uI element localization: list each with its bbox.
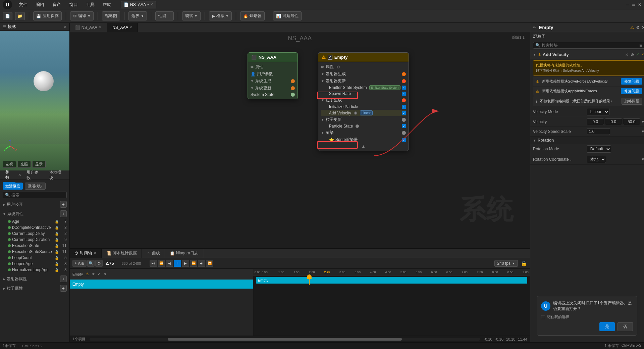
- tab-close-btn[interactable]: ✕: [150, 2, 153, 7]
- empty-row-emitter-spawn[interactable]: ▼ 发射器生成: [321, 70, 406, 78]
- module-copy-icon[interactable]: ⊕: [631, 52, 634, 57]
- param-row[interactable]: LoopCount 🔒 5: [3, 255, 67, 261]
- window-minimize[interactable]: ─: [626, 2, 629, 7]
- go-start-btn[interactable]: ⏮: [150, 260, 157, 267]
- rotation-coord-expand[interactable]: ▼: [641, 157, 644, 162]
- tab-system-close[interactable]: ✕: [99, 26, 101, 29]
- track-empty-row[interactable]: Empty: [70, 280, 253, 289]
- velocity-y-input[interactable]: [605, 118, 622, 125]
- editor-gear-icon[interactable]: ⚙: [636, 25, 640, 30]
- particle-state-check[interactable]: [402, 124, 406, 128]
- emitter-attrs-section[interactable]: ▶ 发射器属性 +: [3, 274, 67, 284]
- next-btn[interactable]: ▶: [182, 260, 189, 267]
- compile-dropdown[interactable]: ▼: [88, 14, 91, 18]
- bake-btn[interactable]: 🔥 烘焙器: [240, 11, 265, 20]
- open-btn[interactable]: 📁: [15, 12, 25, 20]
- prev-frame-btn[interactable]: ⏪: [158, 260, 165, 267]
- notif-remember-checkbox[interactable]: [541, 315, 545, 319]
- simulate-btn[interactable]: ▶ 模拟 ▼: [209, 11, 232, 20]
- tab-user-params[interactable]: 用户参数: [24, 170, 44, 182]
- tl-filter-icon[interactable]: ⚙: [95, 260, 103, 267]
- init-particle-check[interactable]: [402, 105, 406, 109]
- compile-btn[interactable]: ⚙ 编译 ▼: [70, 11, 94, 20]
- bounds-btn[interactable]: 边界 ▼: [128, 11, 147, 20]
- empty-row-emitter-state[interactable]: Emitter State System Emitter State Syste…: [321, 85, 406, 91]
- perf-btn[interactable]: 性能 ⋮: [155, 11, 174, 20]
- lighting-btn[interactable]: 光照: [17, 161, 31, 168]
- param-row[interactable]: ExecutionStateSource 🔒 11: [3, 249, 67, 255]
- track-check-icon[interactable]: ✓: [98, 272, 101, 276]
- loop-btn[interactable]: 🔁: [206, 260, 213, 267]
- system-attrs-add-btn[interactable]: +: [60, 210, 67, 217]
- select-mode-btn[interactable]: 选视: [3, 161, 16, 168]
- debug-btn[interactable]: 调试 ▼: [182, 11, 201, 20]
- search-tl-icon[interactable]: 🔍: [87, 260, 95, 267]
- tab-local-module[interactable]: 本地模块: [47, 170, 67, 182]
- fix-btn-2[interactable]: 修复问题: [621, 88, 642, 94]
- add-track-btn[interactable]: + 轨道: [72, 260, 87, 267]
- empty-row-spawn-rate[interactable]: Spawn Rate: [321, 91, 406, 97]
- active-module-btn[interactable]: 激活模块: [25, 183, 46, 190]
- param-row[interactable]: CurrentLoopDuration 🔒 9: [3, 237, 67, 243]
- param-row[interactable]: Age 🔒 7: [3, 218, 67, 225]
- emitter-attrs-add-btn[interactable]: +: [60, 276, 67, 282]
- params-search-input[interactable]: [11, 193, 64, 197]
- ns-node[interactable]: ⬛ NS_AAA ✏ 属性 👤 用户参数 ▼: [248, 52, 298, 99]
- prev-btn[interactable]: ◀: [166, 260, 173, 267]
- ns-row-attrs[interactable]: ✏ 属性: [251, 63, 295, 70]
- particle-attrs-section[interactable]: ▶ 粒子属性 +: [3, 284, 67, 293]
- particle-attrs-add-btn[interactable]: +: [60, 285, 67, 292]
- menu-edit[interactable]: 编辑: [34, 1, 46, 8]
- next-frame-btn[interactable]: ⏩: [190, 260, 197, 267]
- notif-yes-btn[interactable]: 是: [599, 322, 615, 331]
- ignore-btn[interactable]: 忽略问题: [622, 98, 642, 105]
- velocity-z-input[interactable]: [623, 118, 640, 125]
- add-velocity-check[interactable]: [402, 111, 406, 115]
- play-btn[interactable]: ⏸: [174, 260, 181, 267]
- empty-checkbox[interactable]: ✓: [328, 55, 332, 60]
- emitter-state-check[interactable]: [402, 86, 406, 90]
- system-attrs-section[interactable]: ▼ 系统属性 +: [3, 209, 67, 218]
- empty-row-add-velocity[interactable]: Add Velocity Linear: [321, 110, 406, 116]
- empty-row-particle-update[interactable]: ▼ 粒子更新: [321, 116, 406, 123]
- param-row[interactable]: bCompleteOnInactive 🔒 3: [3, 225, 67, 231]
- param-row[interactable]: LoopedAge 🔒 8: [3, 261, 67, 267]
- thumbnail-btn[interactable]: 缩略图: [102, 11, 120, 20]
- new-btn[interactable]: 📄: [3, 12, 12, 20]
- menu-file[interactable]: 文件: [17, 1, 29, 8]
- param-row[interactable]: CurrentLoopDelay 🔒 2: [3, 231, 67, 237]
- track-down-icon[interactable]: ▼: [103, 272, 107, 276]
- empty-node[interactable]: ⚠ ✓ Empty ✏ 属性 ⚙ ▼ 发射器生成: [318, 52, 409, 151]
- module-delete-icon[interactable]: ✕: [625, 52, 629, 57]
- empty-row-sprite[interactable]: ⭐ Sprite渲染器: [321, 136, 406, 143]
- fix-btn-1[interactable]: 修复问题: [621, 78, 642, 85]
- debug-dropdown[interactable]: ▼: [195, 14, 198, 18]
- viewport-close-icon[interactable]: ✕: [63, 24, 67, 29]
- editor-search[interactable]: 🔍 ⊞: [533, 42, 644, 49]
- velocity-speed-scale-input[interactable]: [587, 128, 610, 135]
- velocity-x-input[interactable]: [587, 118, 604, 125]
- ns-row-user-params[interactable]: 👤 用户参数: [251, 70, 295, 78]
- save-btn[interactable]: 💾 应用保存: [33, 11, 62, 20]
- add-velocity-module-header[interactable]: ▼ ⚠ Add Velocity ✕ ⊕ ✓ ⚠: [530, 50, 644, 59]
- params-close[interactable]: ✕: [18, 173, 21, 177]
- fps-selector[interactable]: 240 fps ▼: [494, 260, 518, 267]
- simulate-dropdown[interactable]: ▼: [226, 14, 229, 18]
- node-graph[interactable]: NS_AAA 编放1:1 系统 ⬛ NS_AAA ✏ 属性: [70, 32, 530, 248]
- velocity-mode-select[interactable]: Linear: [587, 108, 609, 115]
- rotation-coord-select[interactable]: 本地: [587, 156, 606, 163]
- timeline-close[interactable]: ✕: [93, 251, 97, 256]
- scalability-btn[interactable]: 📊 可延展性: [273, 11, 302, 20]
- window-restore[interactable]: ▭: [632, 2, 635, 7]
- tab-curve[interactable]: 〰 曲线: [142, 249, 165, 258]
- rotation-header[interactable]: ▼ Rotation: [530, 137, 644, 144]
- empty-row-property[interactable]: ✏ 属性 ⚙: [321, 63, 406, 70]
- bounds-dropdown[interactable]: ▼: [141, 14, 144, 18]
- tab-system2-close[interactable]: ✕: [129, 26, 132, 29]
- perf-dropdown[interactable]: ⋮: [168, 14, 171, 18]
- rotation-mode-select[interactable]: Default: [587, 145, 611, 153]
- empty-row-particle-state[interactable]: Particle State: [321, 123, 406, 129]
- params-search[interactable]: 🔍: [3, 192, 67, 198]
- spawn-rate-check[interactable]: [402, 92, 406, 96]
- window-close[interactable]: ✕: [638, 2, 641, 7]
